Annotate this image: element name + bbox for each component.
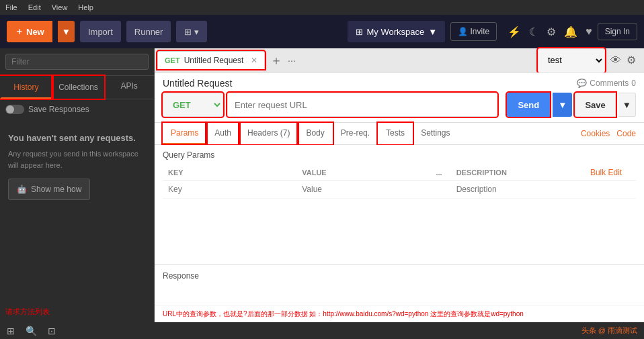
request-sub-tabs: Params Auth Headers (7) Body Pre-req. Te…: [155, 123, 644, 145]
chevron-down-icon: ▼: [428, 27, 437, 37]
layout-button[interactable]: ⊞ ▾: [176, 21, 207, 42]
status-icon-2[interactable]: 🔍: [26, 326, 37, 336]
annotation-block: URL中的查询参数，也就是?后面的那一部分数据 如：http://www.bai…: [155, 305, 644, 322]
tab-prereq[interactable]: Pre-req.: [333, 123, 378, 144]
col-description-header: DESCRIPTION: [451, 165, 585, 181]
save-button[interactable]: Save: [575, 93, 615, 117]
sidebar-tab-history[interactable]: History: [0, 76, 52, 99]
comments-count: 0: [631, 79, 636, 88]
toolbar-icons: ⚡ ☾ ⚙ 🔔 ♥: [508, 26, 592, 38]
url-input[interactable]: [227, 93, 497, 117]
user-icon: 👤: [458, 27, 468, 36]
status-icon-3[interactable]: ⊡: [48, 326, 56, 336]
menu-help[interactable]: Help: [78, 3, 93, 11]
save-responses-label: Save Responses: [28, 105, 89, 114]
response-title: Response: [163, 271, 199, 281]
sidebar-search-container: [0, 48, 154, 76]
sidebar-tabs: History Collections APIs: [0, 76, 154, 99]
content-area: GET Untitled Request ✕ ＋ ··· test 👁 ⚙ Un…: [155, 48, 644, 322]
query-params-annotation: URL中的查询参数，也就是?后面的那一部分数据 如：http://www.bai…: [163, 310, 524, 318]
request-title-row: Untitled Request 💬 Comments 0: [163, 78, 636, 89]
description-input[interactable]: [456, 185, 579, 194]
method-select[interactable]: GET: [163, 93, 223, 117]
key-input[interactable]: [168, 185, 291, 194]
add-request-tab-button[interactable]: ＋: [265, 52, 288, 68]
col-value-header: VALUE: [296, 165, 430, 181]
sidebar-empty-state: You haven't sent any requests. Any reque…: [0, 119, 154, 213]
query-params-area: Query Params KEY VALUE ... DESCRIPTION B…: [155, 145, 644, 264]
new-dropdown-arrow[interactable]: ▼: [58, 21, 75, 42]
eye-icon[interactable]: 👁: [610, 54, 621, 66]
show-me-how-button[interactable]: 🤖 Show me how: [8, 179, 90, 200]
col-key-header: KEY: [163, 165, 296, 181]
cookies-code-area: Cookies Code: [581, 129, 636, 138]
tab-headers[interactable]: Headers (7): [239, 123, 298, 144]
watermark: 头条 @ 雨滴测试: [581, 326, 637, 336]
plus-icon: ＋: [15, 26, 24, 38]
cookies-link[interactable]: Cookies: [581, 129, 610, 138]
right-controls: Send ▼ Save ▼: [507, 93, 636, 117]
workspace-selector[interactable]: ⊞ My Workspace ▼: [348, 21, 446, 42]
env-settings-icon[interactable]: ⚙: [627, 54, 636, 66]
tab-auth[interactable]: Auth: [206, 123, 239, 144]
sidebar: History Collections APIs Save Responses …: [0, 48, 155, 322]
new-button[interactable]: ＋ New: [7, 21, 52, 42]
code-link[interactable]: Code: [616, 129, 636, 138]
send-dropdown-arrow[interactable]: ▼: [553, 93, 572, 117]
tab-tests[interactable]: Tests: [378, 123, 413, 144]
params-table: KEY VALUE ... DESCRIPTION Bulk Edit: [163, 165, 636, 199]
grid-icon: ⊞: [356, 27, 363, 37]
status-icon-1[interactable]: ⊞: [7, 326, 15, 336]
annotation-method-list: 请求方法列表: [5, 307, 149, 317]
request-tabs-bar: GET Untitled Request ✕ ＋ ··· test 👁 ⚙: [155, 48, 644, 72]
value-input[interactable]: [302, 185, 425, 194]
tab-params[interactable]: Params: [163, 123, 206, 144]
settings-icon[interactable]: ⚙: [547, 26, 556, 38]
toolbar: ＋ New ▼ Import Runner ⊞ ▾ ⊞ My Workspace…: [0, 15, 644, 48]
sidebar-tab-collections[interactable]: Collections: [52, 76, 105, 99]
sidebar-tab-apis[interactable]: APIs: [104, 76, 154, 99]
main-area: History Collections APIs Save Responses …: [0, 48, 644, 322]
heart-icon[interactable]: ♥: [586, 26, 592, 38]
moon-icon[interactable]: ☾: [529, 26, 538, 38]
save-responses-toggle[interactable]: [5, 105, 24, 114]
comment-icon: 💬: [577, 79, 587, 88]
url-row: GET Send ▼ Save ▼: [163, 93, 636, 117]
more-tabs-button[interactable]: ···: [288, 55, 296, 66]
response-area: Response: [155, 264, 644, 305]
menu-view[interactable]: View: [52, 3, 68, 11]
status-bar: ⊞ 🔍 ⊡ 头条 @ 雨滴测试: [0, 322, 644, 339]
request-tab-title: Untitled Request: [184, 56, 244, 65]
request-name: Untitled Request: [163, 78, 233, 89]
signin-button[interactable]: Sign In: [598, 23, 637, 40]
menu-edit[interactable]: Edit: [28, 3, 41, 11]
menu-bar: File Edit View Help: [0, 0, 644, 15]
empty-title: You haven't sent any requests.: [8, 133, 146, 143]
robot-icon: 🤖: [17, 185, 27, 194]
col-dots-header: ...: [430, 165, 450, 181]
save-responses-row: Save Responses: [0, 99, 154, 119]
invite-button[interactable]: 👤 Invite: [450, 22, 497, 41]
save-dropdown-arrow[interactable]: ▼: [618, 93, 636, 117]
send-button[interactable]: Send: [507, 93, 550, 117]
close-tab-icon[interactable]: ✕: [251, 56, 257, 65]
query-params-title: Query Params: [163, 150, 636, 160]
empty-text: Any request you send in this workspace w…: [8, 148, 146, 171]
comments-label: Comments: [590, 79, 629, 88]
lightning-icon[interactable]: ⚡: [508, 26, 521, 38]
tab-settings[interactable]: Settings: [413, 123, 458, 144]
comments-button[interactable]: 💬 Comments 0: [577, 79, 636, 88]
import-button[interactable]: Import: [80, 21, 121, 42]
search-input[interactable]: [5, 54, 149, 70]
bulk-edit-button[interactable]: Bulk Edit: [590, 168, 622, 177]
url-bar-container: Untitled Request 💬 Comments 0 GET Send ▼…: [155, 72, 644, 123]
method-badge: GET: [165, 56, 180, 64]
table-row: [163, 181, 636, 199]
request-tab-active[interactable]: GET Untitled Request ✕: [157, 51, 265, 69]
runner-button[interactable]: Runner: [126, 21, 171, 42]
bell-icon[interactable]: 🔔: [564, 26, 577, 38]
tab-body[interactable]: Body: [298, 123, 332, 144]
menu-file[interactable]: File: [5, 3, 17, 11]
environment-selector[interactable]: test: [538, 48, 605, 72]
